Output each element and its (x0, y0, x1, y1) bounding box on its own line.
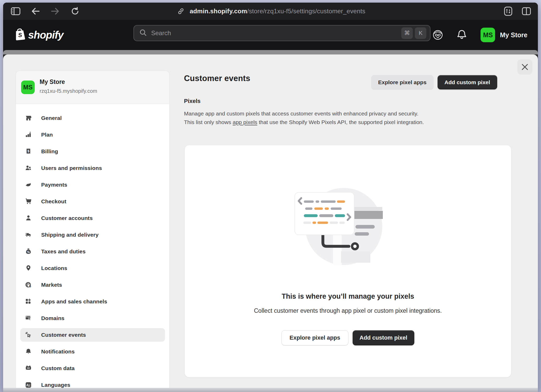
link-icon (176, 6, 186, 16)
pixels-section-title: Pixels (184, 98, 201, 105)
sidebar-item-label: Plan (41, 132, 53, 138)
shopify-logo[interactable]: S shopify (15, 20, 63, 50)
global-search-input[interactable]: Search ⌘ K (133, 25, 431, 41)
dimmed-page-edge (3, 50, 538, 54)
search-shortcut: ⌘ K (401, 27, 426, 39)
notifications-bell-icon (25, 348, 32, 355)
add-custom-pixel-button[interactable]: Add custom pixel (438, 75, 497, 89)
settings-nav-list: GeneralPlan$BillingUsers and permissions… (16, 104, 169, 388)
sidebar-item-label: Shipping and delivery (41, 232, 99, 238)
close-icon (521, 63, 529, 71)
sidebar-item-notifications[interactable]: Notifications (20, 345, 165, 358)
shopify-header: S shopify Search ⌘ K MS My Store (3, 20, 538, 50)
forward-button-icon[interactable] (50, 6, 60, 16)
sidebar-item-label: Domains (41, 315, 64, 321)
back-button-icon[interactable] (30, 6, 41, 16)
sidebar-item-domains[interactable]: Domains (20, 311, 165, 325)
customer-events-icon (25, 332, 32, 338)
profile-extension-icon[interactable] (433, 30, 443, 40)
k-key-badge: K (415, 27, 426, 39)
sidebar-item-apps-and-sales-channels[interactable]: Apps and sales channels (20, 295, 165, 308)
store-avatar: MS (21, 81, 35, 94)
sidebar-item-plan[interactable]: Plan (20, 128, 165, 142)
payments-icon (25, 181, 32, 188)
sidebar-item-taxes-and-duties[interactable]: %Taxes and duties (20, 245, 165, 258)
sidebar-item-users-and-permissions[interactable]: Users and permissions (20, 161, 165, 175)
locations-pin-icon (25, 265, 32, 272)
settings-modal: MS My Store rzq1xu-f5.myshopify.com Gene… (3, 54, 538, 392)
sidebar-item-payments[interactable]: Payments (20, 178, 165, 192)
sidebar-item-label: Notifications (41, 348, 75, 355)
billing-icon: $ (25, 148, 32, 155)
languages-icon: A文 (25, 382, 32, 388)
store-name-header: My Store (500, 31, 527, 39)
store-avatar: MS (481, 28, 495, 42)
sidebar-item-label: Custom data (41, 365, 75, 371)
svg-text:$: $ (29, 284, 31, 288)
sidebar-item-label: Billing (41, 148, 58, 155)
window-bottom-edge (3, 388, 538, 392)
plan-icon (25, 131, 32, 138)
sidebar-item-label: Locations (41, 265, 67, 271)
search-placeholder: Search (151, 29, 401, 37)
sidebar-item-shipping-and-delivery[interactable]: Shipping and delivery (20, 228, 165, 242)
browser-window: admin.shopify.com/store/rzq1xu-f5/settin… (3, 3, 538, 392)
sidebar-item-customer-events[interactable]: Customer events (20, 328, 165, 342)
account-menu[interactable]: MS My Store (481, 28, 527, 42)
sidebar-item-locations[interactable]: Locations (20, 261, 165, 275)
explore-pixel-apps-button[interactable]: Explore pixel apps (371, 75, 434, 89)
url-host: admin.shopify.com (190, 8, 247, 15)
empty-state-subtitle: Collect customer events through app pixe… (185, 307, 511, 314)
users-icon (25, 165, 32, 172)
pixels-illustration (185, 145, 512, 275)
notifications-bell-icon[interactable] (457, 30, 467, 40)
explore-pixel-apps-button[interactable]: Explore pixel apps (281, 330, 348, 345)
svg-text:文: 文 (28, 384, 31, 387)
sidebar-item-markets[interactable]: $Markets (20, 278, 165, 292)
sidebar-item-label: Customer accounts (41, 215, 93, 221)
browser-extensions-icon[interactable] (503, 6, 513, 16)
sidebar-item-custom-data[interactable]: Custom data (20, 362, 165, 375)
svg-text:$: $ (27, 149, 29, 153)
add-custom-pixel-button[interactable]: Add custom pixel (353, 330, 414, 345)
sidebar-item-customer-accounts[interactable]: Customer accounts (20, 211, 165, 225)
close-modal-button[interactable] (517, 59, 532, 75)
pixels-empty-state-card: This is where you’ll manage your pixels … (185, 145, 511, 377)
storefront-icon (25, 115, 32, 121)
sidebar-item-label: Apps and sales channels (41, 298, 107, 305)
search-icon (139, 29, 147, 38)
sidebar-item-label: Taxes and duties (41, 248, 85, 255)
browser-chrome-bar: admin.shopify.com/store/rzq1xu-f5/settin… (3, 3, 538, 20)
custom-data-icon (25, 365, 32, 372)
store-name: My Store (40, 78, 65, 85)
markets-globe-icon: $ (25, 281, 32, 288)
reload-button-icon[interactable] (70, 6, 80, 16)
sidebar-item-label: Customer events (41, 332, 86, 338)
browser-sidebar-toggle-icon[interactable] (10, 6, 21, 16)
apps-icon (25, 298, 32, 305)
shipping-truck-icon (25, 231, 32, 238)
page-title: Customer events (184, 74, 250, 83)
address-bar[interactable]: admin.shopify.com/store/rzq1xu-f5/settin… (3, 3, 538, 20)
url-path: /store/rzq1xu-f5/settings/customer_event… (247, 8, 365, 15)
sidebar-store-card: MS My Store rzq1xu-f5.myshopify.com (16, 71, 169, 104)
sidebar-item-languages[interactable]: A文Languages (20, 378, 165, 388)
customer-accounts-icon (25, 215, 32, 222)
sidebar-item-label: Users and permissions (41, 165, 102, 171)
shopify-wordmark: shopify (28, 29, 63, 41)
sidebar-item-label: Checkout (41, 198, 66, 205)
sidebar-item-general[interactable]: General (20, 111, 165, 125)
svg-text:S: S (18, 32, 22, 38)
app-pixels-link[interactable]: app pixels (233, 119, 257, 125)
split-view-icon[interactable] (521, 6, 532, 16)
sidebar-item-label: Languages (41, 382, 70, 388)
svg-text:%: % (27, 250, 30, 254)
shopify-bag-icon: S (14, 28, 26, 42)
taxes-icon: % (25, 248, 32, 255)
sidebar-item-label: Markets (41, 282, 62, 288)
settings-sidebar: MS My Store rzq1xu-f5.myshopify.com Gene… (16, 71, 170, 388)
sidebar-item-checkout[interactable]: Checkout (20, 195, 165, 208)
sidebar-item-label: General (41, 115, 62, 121)
sidebar-item-billing[interactable]: $Billing (20, 145, 165, 158)
domains-icon (25, 315, 32, 322)
